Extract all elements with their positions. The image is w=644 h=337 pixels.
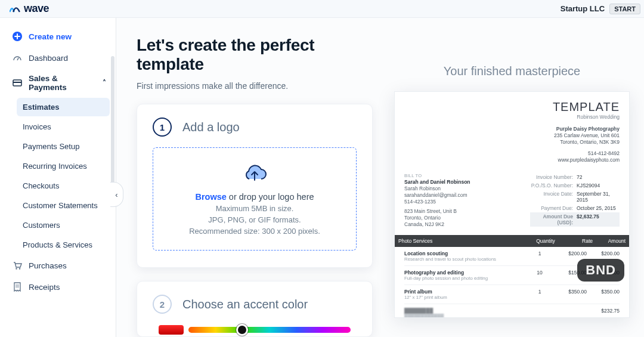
dropzone-hint-size: Maximum 5MB in size. (159, 204, 350, 213)
vendor-phone: 514-412-8492 (553, 150, 620, 157)
sales-subnav: Estimates Invoices Payments Setup Recurr… (0, 98, 116, 254)
invoice-preview: TEMPLATE Robinson Wedding Purple Daisy P… (394, 91, 630, 318)
step-number-1: 1 (153, 118, 172, 137)
step-number-2: 2 (153, 295, 172, 314)
step-title-2: Choose an accent color (182, 298, 308, 311)
brand-text: wave (24, 2, 49, 15)
nav-label: Receipts (29, 283, 60, 292)
hue-thumb[interactable] (236, 324, 248, 336)
page-subtitle: First impressions make all the differenc… (137, 81, 373, 91)
brand-logo[interactable]: wave (10, 2, 49, 15)
wave-logo-icon (10, 4, 20, 14)
receipt-icon (12, 282, 23, 292)
sidebar-collapse-handle[interactable]: ‹ (110, 182, 123, 207)
preview-caption: Your finished masterpiece (394, 64, 630, 78)
create-new-label: Create new (29, 32, 72, 41)
watermark-badge: BND (577, 259, 624, 282)
gauge-icon (12, 52, 23, 63)
main-content: Let's create the perfect template First … (116, 18, 644, 337)
color-slider[interactable] (153, 322, 357, 336)
sidebar: Create new Dashboard Sales & Payments ˄ … (0, 18, 116, 337)
topbar: wave Startup LLC START (0, 0, 644, 18)
plus-circle-icon (12, 31, 23, 42)
dropzone-hint-formats: JPG, PNG, or GIF formats. (159, 215, 350, 224)
page-title: Let's create the perfect template (137, 36, 373, 74)
sidebar-item-sales[interactable]: Sales & Payments ˄ (4, 69, 112, 97)
step-card-color: 2 Choose an accent color (137, 281, 373, 337)
line-item: ████████████████████ $232.75 (404, 304, 620, 318)
logo-dropzone[interactable]: Browse or drop your logo here Maximum 5M… (153, 147, 357, 251)
dropzone-hint-dimensions: Recommended size: 300 x 200 pixels. (159, 227, 350, 236)
items-header: Photo Services Quantity Rate Amount (395, 235, 629, 247)
preview-subtitle: Robinson Wedding (553, 114, 620, 120)
company-name[interactable]: Startup LLC (561, 4, 605, 13)
sidebar-scrollbar[interactable] (111, 56, 114, 187)
dropzone-main-line: Browse or drop your logo here (159, 192, 350, 202)
card-icon (12, 78, 23, 88)
upload-cloud-icon (159, 163, 350, 186)
subnav-invoices[interactable]: Invoices (17, 118, 110, 136)
invoice-meta: Invoice Number:72 P.O./S.O. Number:KJS29… (530, 173, 620, 228)
chevron-up-icon: ˄ (103, 79, 106, 87)
chevron-left-icon: ‹ (115, 190, 117, 199)
preview-template-label: TEMPLATE (553, 100, 620, 114)
nav-label: Dashboard (29, 54, 68, 63)
bill-to-header: BILL TO (404, 173, 518, 179)
vendor-web: www.purpledaisyphoto.com (553, 157, 620, 163)
nav-label: Sales & Payments (29, 74, 97, 92)
vendor-addr1: 235 Carlaw Avenue, Unit 601 (553, 132, 620, 139)
subnav-payments-setup[interactable]: Payments Setup (17, 137, 110, 156)
bill-to-block: BILL TO Sarah and Daniel Robinson Sarah … (404, 173, 518, 228)
subnav-customers[interactable]: Customers (17, 216, 110, 234)
svg-point-4 (19, 268, 20, 269)
subnav-customer-statements[interactable]: Customer Statements (17, 196, 110, 215)
create-new-button[interactable]: Create new (4, 26, 112, 47)
start-button[interactable]: START (609, 4, 640, 14)
line-item: Print album12" x 17" print album 1 $350.… (404, 285, 620, 304)
subnav-recurring-invoices[interactable]: Recurring Invoices (17, 157, 110, 175)
hue-track[interactable] (188, 327, 351, 333)
sidebar-item-dashboard[interactable]: Dashboard (4, 48, 112, 68)
step-card-logo: 1 Add a logo Browse or drop your logo he… (137, 104, 373, 268)
subnav-checkouts[interactable]: Checkouts (17, 177, 110, 195)
color-swatch[interactable] (159, 325, 184, 335)
sidebar-item-purchases[interactable]: Purchases (4, 255, 112, 276)
vendor-name: Purple Daisy Photography (553, 126, 620, 132)
svg-point-3 (16, 268, 17, 269)
sidebar-item-receipts[interactable]: Receipts (4, 277, 112, 297)
subnav-estimates[interactable]: Estimates (17, 98, 110, 116)
browse-link[interactable]: Browse (195, 192, 226, 202)
step-title-1: Add a logo (182, 120, 240, 134)
svg-rect-2 (13, 82, 21, 83)
nav-label: Purchases (29, 261, 67, 270)
cart-icon (12, 260, 23, 271)
subnav-products-services[interactable]: Products & Services (17, 236, 110, 254)
vendor-addr2: Toronto, Ontario, N3K 3K9 (553, 139, 620, 146)
